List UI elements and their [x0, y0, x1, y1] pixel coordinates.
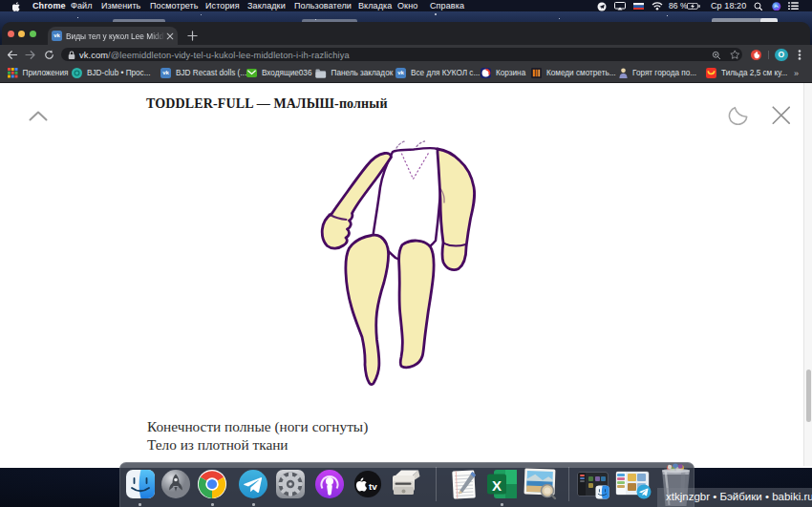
- svg-text:X: X: [492, 477, 502, 494]
- svg-text:tv: tv: [369, 481, 377, 492]
